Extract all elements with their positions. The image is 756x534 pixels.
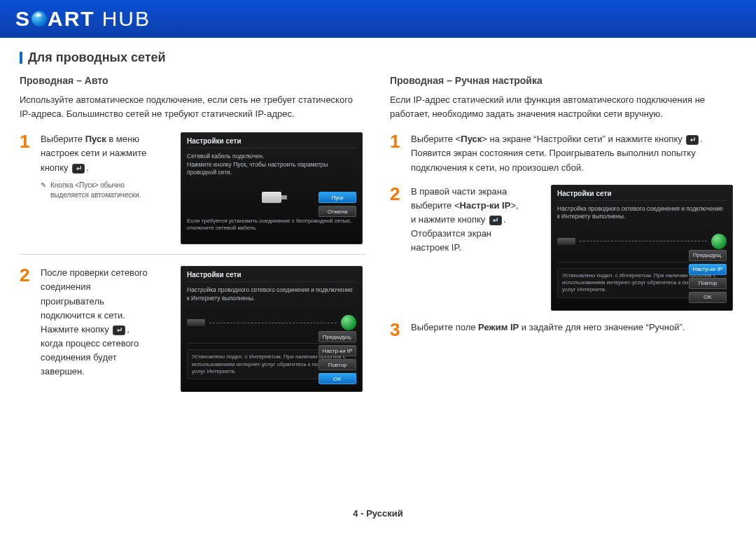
page-footer: 4 - Русский [0, 508, 756, 519]
section-title-bar [20, 52, 22, 64]
tv-screenshot-auto-2: Настройки сети Настройка проводного сете… [181, 266, 363, 392]
tv-hint: Если требуется установить соединение с б… [187, 218, 356, 233]
tv-ok-button[interactable]: OK [318, 373, 356, 384]
divider [20, 254, 366, 255]
connection-line-icon [580, 241, 707, 241]
tv-message: Настройка проводного сетевого соединения… [557, 205, 727, 221]
tv-message: Настройка проводного сетевого соединения… [187, 286, 356, 302]
tv-cancel-button[interactable]: Отмена [318, 206, 356, 217]
tv-start-button[interactable]: Пуск [318, 192, 356, 203]
step-number: 2 [20, 266, 41, 392]
brand-s: S [15, 7, 31, 31]
tv-ok-button[interactable]: OK [689, 292, 727, 303]
plug-icon [262, 192, 281, 203]
col-wired-manual: Проводная – Ручная настройка Если IP-адр… [390, 75, 736, 402]
step-number: 3 [390, 321, 411, 339]
brand-dot-icon [31, 11, 47, 27]
modem-icon [187, 319, 205, 326]
tv-screenshot-auto-1: Настройки сети Сетевой кабель подключен.… [181, 132, 363, 244]
tv-prev-button[interactable]: Предыдущ. [689, 250, 727, 261]
enter-icon [489, 216, 502, 225]
enter-icon [686, 135, 699, 145]
subtitle-manual: Проводная – Ручная настройка [390, 75, 736, 86]
globe-icon [341, 315, 356, 330]
tv-retry-button[interactable]: Повтор [318, 359, 356, 370]
tv-ipsettings-button[interactable]: Настр-ки IP [689, 264, 727, 275]
brand-art: ART [48, 7, 95, 31]
intro-auto: Используйте автоматическое подключение, … [20, 93, 366, 121]
connection-line-icon [209, 323, 337, 323]
brand-logo: S ART HUB [15, 7, 150, 31]
step-note: Кнопка <Пуск> обычно выделяется автомати… [41, 181, 151, 201]
section-title: Для проводных сетей [20, 50, 736, 65]
enter-icon [72, 164, 85, 174]
step-number: 1 [20, 132, 41, 244]
enter-icon [113, 325, 125, 335]
tv-title: Настройки сети [187, 271, 356, 282]
col-wired-auto: Проводная – Авто Используйте автоматичес… [20, 75, 366, 402]
step-number: 2 [390, 185, 411, 311]
intro-manual: Если IP-адрес статический или функция ав… [390, 93, 736, 121]
tv-screenshot-manual: Настройки сети Настройка проводного сете… [551, 185, 733, 311]
tv-title: Настройки сети [557, 190, 727, 201]
step-text: Выберите Пуск в меню настроек сети и наж… [41, 132, 151, 244]
brand-header: S ART HUB [0, 0, 756, 38]
tv-title: Настройки сети [187, 137, 356, 148]
tv-retry-button[interactable]: Повтор [689, 278, 727, 289]
globe-icon [711, 234, 727, 249]
step-text: В правой части экрана выберите <Настр-ки… [411, 185, 522, 311]
brand-hub: HUB [102, 7, 150, 31]
subtitle-auto: Проводная – Авто [20, 75, 366, 86]
step-text: Выберите <Пуск> на экране “Настройки сет… [411, 132, 736, 174]
tv-ipsettings-button[interactable]: Настр-ки IP [318, 345, 356, 356]
tv-message: Сетевой кабель подключен. Нажмите кнопку… [187, 153, 356, 176]
tv-prev-button[interactable]: Предыдущ. [318, 331, 356, 342]
modem-icon [557, 238, 575, 245]
step-text: После проверки сетевого соединения проиг… [41, 266, 151, 392]
step-text: Выберите поле Режим IP и задайте для нег… [411, 321, 736, 339]
section-title-text: Для проводных сетей [28, 50, 166, 65]
step-number: 1 [390, 132, 411, 174]
